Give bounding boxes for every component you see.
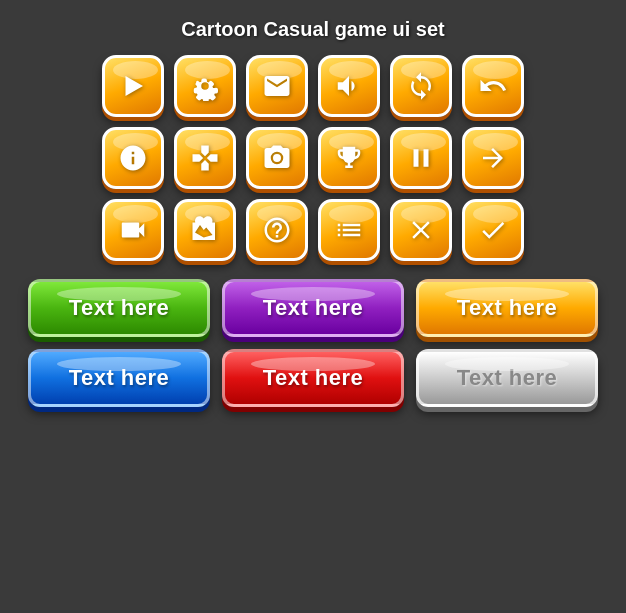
- video-button[interactable]: [102, 199, 164, 261]
- list-button[interactable]: [318, 199, 380, 261]
- arrow-right-button[interactable]: [462, 127, 524, 189]
- undo-button[interactable]: [462, 55, 524, 117]
- mail-button[interactable]: [246, 55, 308, 117]
- pause-button[interactable]: [390, 127, 452, 189]
- settings-button[interactable]: [174, 55, 236, 117]
- sound-button[interactable]: [318, 55, 380, 117]
- question-button[interactable]: [246, 199, 308, 261]
- trophy-button[interactable]: [318, 127, 380, 189]
- red-button[interactable]: Text here: [222, 349, 404, 407]
- purple-button[interactable]: Text here: [222, 279, 404, 337]
- blue-button[interactable]: Text here: [28, 349, 210, 407]
- close-button[interactable]: [390, 199, 452, 261]
- check-button[interactable]: [462, 199, 524, 261]
- green-button[interactable]: Text here: [28, 279, 210, 337]
- play-button[interactable]: [102, 55, 164, 117]
- cards-button[interactable]: [174, 199, 236, 261]
- page-title: Cartoon Casual game ui set: [181, 18, 444, 41]
- gray-button[interactable]: Text here: [416, 349, 598, 407]
- orange-button[interactable]: Text here: [416, 279, 598, 337]
- svg-marker-0: [126, 76, 144, 96]
- camera-button[interactable]: [246, 127, 308, 189]
- icon-grid: [102, 55, 524, 261]
- info-button[interactable]: [102, 127, 164, 189]
- refresh-button[interactable]: [390, 55, 452, 117]
- button-grid: Text here Text here Text here Text here …: [28, 279, 598, 407]
- gamepad-button[interactable]: [174, 127, 236, 189]
